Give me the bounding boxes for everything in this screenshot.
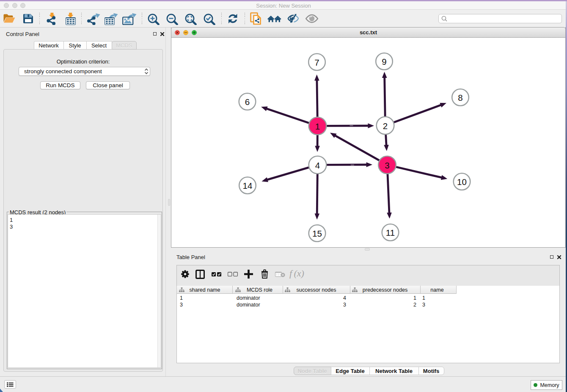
svg-text:1: 1	[315, 121, 320, 131]
svg-text:4: 4	[315, 160, 320, 170]
svg-text:10: 10	[457, 177, 467, 187]
svg-text:14: 14	[243, 181, 253, 190]
svg-text:6: 6	[245, 97, 250, 107]
svg-text:2: 2	[383, 121, 388, 131]
svg-text:3: 3	[385, 160, 389, 170]
svg-text:7: 7	[314, 58, 319, 67]
svg-text:15: 15	[312, 229, 322, 238]
svg-text:8: 8	[458, 93, 462, 102]
svg-text:11: 11	[386, 228, 395, 237]
svg-text:9: 9	[382, 57, 386, 66]
